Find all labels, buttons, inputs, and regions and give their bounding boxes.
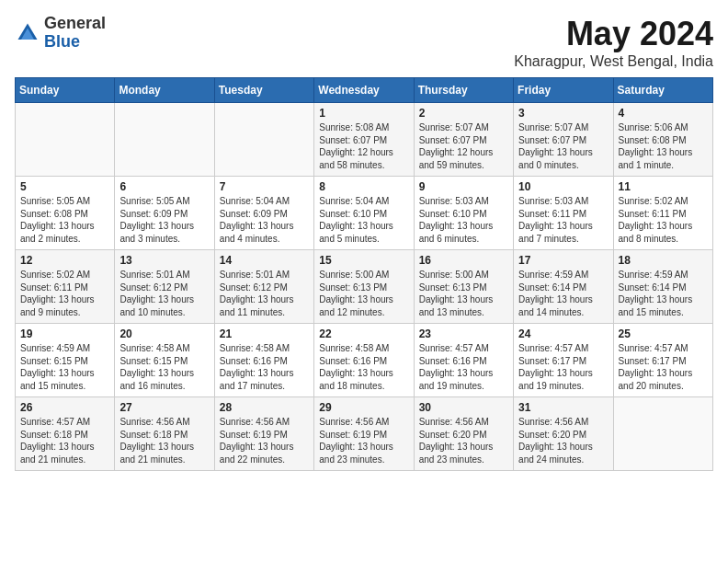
day-info: Sunrise: 4:57 AM Sunset: 6:17 PM Dayligh… <box>518 342 608 392</box>
day-info: Sunrise: 4:56 AM Sunset: 6:19 PM Dayligh… <box>220 416 309 465</box>
calendar-cell: 10Sunrise: 5:03 AM Sunset: 6:11 PM Dayli… <box>514 177 613 250</box>
calendar-cell: 27Sunrise: 4:56 AM Sunset: 6:18 PM Dayli… <box>115 397 214 471</box>
main-title: May 2024 <box>514 15 713 53</box>
day-number: 22 <box>319 327 408 340</box>
day-number: 27 <box>119 401 209 414</box>
day-number: 1 <box>319 107 408 120</box>
day-info: Sunrise: 5:04 AM Sunset: 6:10 PM Dayligh… <box>319 195 408 245</box>
day-info: Sunrise: 5:04 AM Sunset: 6:09 PM Dayligh… <box>220 195 309 245</box>
calendar-cell: 15Sunrise: 5:00 AM Sunset: 6:13 PM Dayli… <box>314 250 414 324</box>
calendar-cell: 1Sunrise: 5:08 AM Sunset: 6:07 PM Daylig… <box>314 103 414 177</box>
day-info: Sunrise: 4:57 AM Sunset: 6:18 PM Dayligh… <box>20 416 109 465</box>
day-info: Sunrise: 5:06 AM Sunset: 6:08 PM Dayligh… <box>619 121 708 171</box>
day-number: 28 <box>220 401 309 414</box>
calendar-cell: 21Sunrise: 4:58 AM Sunset: 6:16 PM Dayli… <box>214 324 313 397</box>
day-number: 15 <box>319 254 408 267</box>
day-header-monday: Monday <box>115 78 214 103</box>
day-number: 19 <box>20 327 109 340</box>
day-header-sunday: Sunday <box>16 78 115 103</box>
day-number: 31 <box>518 401 608 414</box>
day-number: 16 <box>419 254 508 267</box>
day-info: Sunrise: 4:57 AM Sunset: 6:16 PM Dayligh… <box>419 342 508 392</box>
day-info: Sunrise: 5:05 AM Sunset: 6:08 PM Dayligh… <box>20 195 109 245</box>
header: General Blue May 2024 Kharagpur, West Be… <box>15 15 713 70</box>
day-number: 7 <box>220 180 309 193</box>
day-info: Sunrise: 4:56 AM Sunset: 6:20 PM Dayligh… <box>518 416 608 465</box>
calendar-body: 1Sunrise: 5:08 AM Sunset: 6:07 PM Daylig… <box>16 103 713 471</box>
calendar-cell: 8Sunrise: 5:04 AM Sunset: 6:10 PM Daylig… <box>314 177 414 250</box>
day-number: 30 <box>419 401 508 414</box>
day-number: 20 <box>119 327 209 340</box>
calendar-cell: 13Sunrise: 5:01 AM Sunset: 6:12 PM Dayli… <box>115 250 214 324</box>
day-number: 25 <box>619 327 708 340</box>
day-header-saturday: Saturday <box>613 78 712 103</box>
logo: General Blue <box>15 15 106 52</box>
day-info: Sunrise: 5:01 AM Sunset: 6:12 PM Dayligh… <box>220 269 309 318</box>
day-number: 18 <box>619 254 708 267</box>
day-info: Sunrise: 4:59 AM Sunset: 6:14 PM Dayligh… <box>518 269 608 318</box>
day-header-friday: Friday <box>514 78 613 103</box>
day-info: Sunrise: 5:02 AM Sunset: 6:11 PM Dayligh… <box>20 269 109 318</box>
day-info: Sunrise: 4:57 AM Sunset: 6:17 PM Dayligh… <box>619 342 708 392</box>
day-info: Sunrise: 5:05 AM Sunset: 6:09 PM Dayligh… <box>119 195 209 245</box>
day-info: Sunrise: 4:59 AM Sunset: 6:14 PM Dayligh… <box>619 269 708 318</box>
calendar-cell: 31Sunrise: 4:56 AM Sunset: 6:20 PM Dayli… <box>514 397 613 471</box>
calendar-week-1: 1Sunrise: 5:08 AM Sunset: 6:07 PM Daylig… <box>16 103 713 177</box>
day-info: Sunrise: 5:00 AM Sunset: 6:13 PM Dayligh… <box>419 269 508 318</box>
calendar-cell: 24Sunrise: 4:57 AM Sunset: 6:17 PM Dayli… <box>514 324 613 397</box>
calendar-cell: 16Sunrise: 5:00 AM Sunset: 6:13 PM Dayli… <box>414 250 513 324</box>
calendar-cell: 18Sunrise: 4:59 AM Sunset: 6:14 PM Dayli… <box>613 250 712 324</box>
day-info: Sunrise: 5:07 AM Sunset: 6:07 PM Dayligh… <box>419 121 508 171</box>
calendar-cell: 22Sunrise: 4:58 AM Sunset: 6:16 PM Dayli… <box>314 324 414 397</box>
day-info: Sunrise: 5:02 AM Sunset: 6:11 PM Dayligh… <box>619 195 708 245</box>
calendar-cell: 17Sunrise: 4:59 AM Sunset: 6:14 PM Dayli… <box>514 250 613 324</box>
calendar-week-3: 12Sunrise: 5:02 AM Sunset: 6:11 PM Dayli… <box>16 250 713 324</box>
logo-blue-text: Blue <box>44 33 106 52</box>
day-info: Sunrise: 4:56 AM Sunset: 6:19 PM Dayligh… <box>319 416 408 465</box>
day-number: 14 <box>220 254 309 267</box>
day-number: 24 <box>518 327 608 340</box>
day-number: 12 <box>20 254 109 267</box>
day-info: Sunrise: 4:56 AM Sunset: 6:18 PM Dayligh… <box>119 416 209 465</box>
calendar-cell: 5Sunrise: 5:05 AM Sunset: 6:08 PM Daylig… <box>16 177 115 250</box>
day-number: 17 <box>518 254 608 267</box>
calendar-cell: 14Sunrise: 5:01 AM Sunset: 6:12 PM Dayli… <box>214 250 313 324</box>
day-header-tuesday: Tuesday <box>214 78 313 103</box>
calendar-cell: 6Sunrise: 5:05 AM Sunset: 6:09 PM Daylig… <box>115 177 214 250</box>
logo-icon <box>15 20 40 46</box>
day-info: Sunrise: 4:56 AM Sunset: 6:20 PM Dayligh… <box>419 416 508 465</box>
calendar-header: SundayMondayTuesdayWednesdayThursdayFrid… <box>16 78 713 103</box>
calendar-cell: 20Sunrise: 4:58 AM Sunset: 6:15 PM Dayli… <box>115 324 214 397</box>
day-number: 23 <box>419 327 508 340</box>
calendar-week-4: 19Sunrise: 4:59 AM Sunset: 6:15 PM Dayli… <box>16 324 713 397</box>
day-number: 9 <box>419 180 508 193</box>
day-info: Sunrise: 5:01 AM Sunset: 6:12 PM Dayligh… <box>119 269 209 318</box>
calendar-week-5: 26Sunrise: 4:57 AM Sunset: 6:18 PM Dayli… <box>16 397 713 471</box>
calendar-cell: 28Sunrise: 4:56 AM Sunset: 6:19 PM Dayli… <box>214 397 313 471</box>
calendar-table: SundayMondayTuesdayWednesdayThursdayFrid… <box>15 77 713 471</box>
logo-general-text: General <box>44 15 106 33</box>
day-info: Sunrise: 5:00 AM Sunset: 6:13 PM Dayligh… <box>319 269 408 318</box>
day-number: 13 <box>119 254 209 267</box>
calendar-cell: 3Sunrise: 5:07 AM Sunset: 6:07 PM Daylig… <box>514 103 613 177</box>
day-info: Sunrise: 5:03 AM Sunset: 6:11 PM Dayligh… <box>518 195 608 245</box>
calendar-cell <box>613 397 712 471</box>
calendar-cell: 11Sunrise: 5:02 AM Sunset: 6:11 PM Dayli… <box>613 177 712 250</box>
calendar-cell: 26Sunrise: 4:57 AM Sunset: 6:18 PM Dayli… <box>16 397 115 471</box>
day-info: Sunrise: 5:03 AM Sunset: 6:10 PM Dayligh… <box>419 195 508 245</box>
day-header-thursday: Thursday <box>414 78 513 103</box>
calendar-cell: 12Sunrise: 5:02 AM Sunset: 6:11 PM Dayli… <box>16 250 115 324</box>
day-number: 3 <box>518 107 608 120</box>
subtitle: Kharagpur, West Bengal, India <box>514 53 713 70</box>
day-header-wednesday: Wednesday <box>314 78 414 103</box>
day-number: 5 <box>20 180 109 193</box>
calendar-cell: 4Sunrise: 5:06 AM Sunset: 6:08 PM Daylig… <box>613 103 712 177</box>
day-number: 8 <box>319 180 408 193</box>
day-number: 2 <box>419 107 508 120</box>
day-number: 29 <box>319 401 408 414</box>
day-number: 4 <box>619 107 708 120</box>
day-number: 6 <box>119 180 209 193</box>
calendar-cell <box>214 103 313 177</box>
day-info: Sunrise: 4:58 AM Sunset: 6:16 PM Dayligh… <box>319 342 408 392</box>
calendar-cell: 2Sunrise: 5:07 AM Sunset: 6:07 PM Daylig… <box>414 103 513 177</box>
